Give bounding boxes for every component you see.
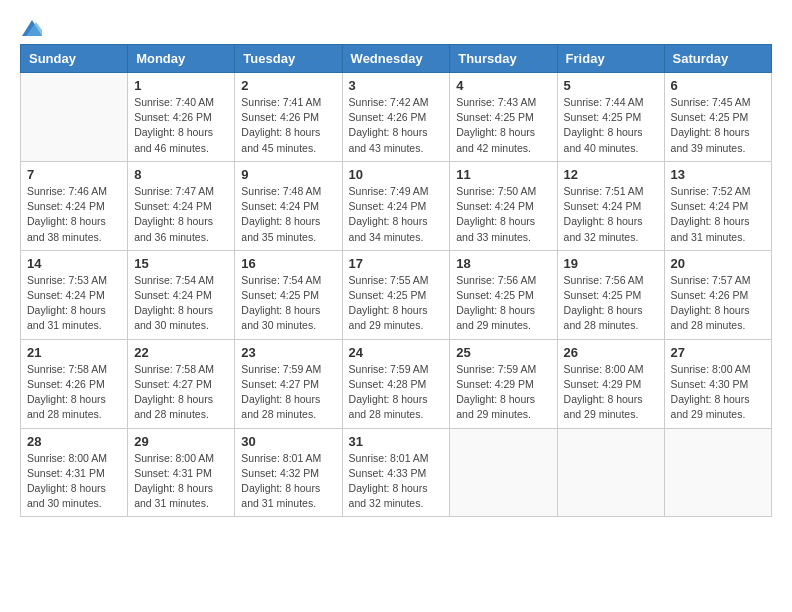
calendar-cell: 13Sunrise: 7:52 AMSunset: 4:24 PMDayligh… — [664, 161, 771, 250]
calendar-cell: 3Sunrise: 7:42 AMSunset: 4:26 PMDaylight… — [342, 73, 450, 162]
calendar-cell: 25Sunrise: 7:59 AMSunset: 4:29 PMDayligh… — [450, 339, 557, 428]
day-number: 19 — [564, 256, 658, 271]
day-number: 26 — [564, 345, 658, 360]
calendar-cell: 17Sunrise: 7:55 AMSunset: 4:25 PMDayligh… — [342, 250, 450, 339]
day-info: Sunrise: 7:51 AMSunset: 4:24 PMDaylight:… — [564, 184, 658, 245]
day-info: Sunrise: 7:41 AMSunset: 4:26 PMDaylight:… — [241, 95, 335, 156]
day-number: 3 — [349, 78, 444, 93]
calendar-cell: 10Sunrise: 7:49 AMSunset: 4:24 PMDayligh… — [342, 161, 450, 250]
header-thursday: Thursday — [450, 45, 557, 73]
day-number: 18 — [456, 256, 550, 271]
calendar-cell: 30Sunrise: 8:01 AMSunset: 4:32 PMDayligh… — [235, 428, 342, 517]
day-info: Sunrise: 8:00 AMSunset: 4:31 PMDaylight:… — [27, 451, 121, 512]
calendar-cell: 1Sunrise: 7:40 AMSunset: 4:26 PMDaylight… — [128, 73, 235, 162]
calendar-cell: 18Sunrise: 7:56 AMSunset: 4:25 PMDayligh… — [450, 250, 557, 339]
day-info: Sunrise: 7:54 AMSunset: 4:25 PMDaylight:… — [241, 273, 335, 334]
day-info: Sunrise: 7:57 AMSunset: 4:26 PMDaylight:… — [671, 273, 765, 334]
day-number: 28 — [27, 434, 121, 449]
calendar-cell: 6Sunrise: 7:45 AMSunset: 4:25 PMDaylight… — [664, 73, 771, 162]
day-number: 8 — [134, 167, 228, 182]
calendar-cell: 7Sunrise: 7:46 AMSunset: 4:24 PMDaylight… — [21, 161, 128, 250]
day-number: 17 — [349, 256, 444, 271]
day-number: 9 — [241, 167, 335, 182]
day-number: 13 — [671, 167, 765, 182]
calendar-cell: 19Sunrise: 7:56 AMSunset: 4:25 PMDayligh… — [557, 250, 664, 339]
day-number: 4 — [456, 78, 550, 93]
calendar-week-3: 21Sunrise: 7:58 AMSunset: 4:26 PMDayligh… — [21, 339, 772, 428]
calendar-cell: 9Sunrise: 7:48 AMSunset: 4:24 PMDaylight… — [235, 161, 342, 250]
day-number: 2 — [241, 78, 335, 93]
day-number: 5 — [564, 78, 658, 93]
day-info: Sunrise: 7:43 AMSunset: 4:25 PMDaylight:… — [456, 95, 550, 156]
day-number: 31 — [349, 434, 444, 449]
day-info: Sunrise: 7:52 AMSunset: 4:24 PMDaylight:… — [671, 184, 765, 245]
calendar-cell: 24Sunrise: 7:59 AMSunset: 4:28 PMDayligh… — [342, 339, 450, 428]
day-info: Sunrise: 7:56 AMSunset: 4:25 PMDaylight:… — [564, 273, 658, 334]
day-info: Sunrise: 8:00 AMSunset: 4:31 PMDaylight:… — [134, 451, 228, 512]
day-info: Sunrise: 7:54 AMSunset: 4:24 PMDaylight:… — [134, 273, 228, 334]
day-number: 1 — [134, 78, 228, 93]
day-number: 22 — [134, 345, 228, 360]
day-info: Sunrise: 7:49 AMSunset: 4:24 PMDaylight:… — [349, 184, 444, 245]
calendar-cell: 22Sunrise: 7:58 AMSunset: 4:27 PMDayligh… — [128, 339, 235, 428]
calendar-cell: 8Sunrise: 7:47 AMSunset: 4:24 PMDaylight… — [128, 161, 235, 250]
day-info: Sunrise: 7:48 AMSunset: 4:24 PMDaylight:… — [241, 184, 335, 245]
day-number: 12 — [564, 167, 658, 182]
calendar-cell: 20Sunrise: 7:57 AMSunset: 4:26 PMDayligh… — [664, 250, 771, 339]
header-friday: Friday — [557, 45, 664, 73]
day-info: Sunrise: 7:47 AMSunset: 4:24 PMDaylight:… — [134, 184, 228, 245]
logo-icon — [22, 20, 42, 36]
page-header — [20, 16, 772, 36]
day-info: Sunrise: 8:00 AMSunset: 4:30 PMDaylight:… — [671, 362, 765, 423]
day-info: Sunrise: 7:56 AMSunset: 4:25 PMDaylight:… — [456, 273, 550, 334]
day-info: Sunrise: 7:53 AMSunset: 4:24 PMDaylight:… — [27, 273, 121, 334]
day-info: Sunrise: 7:44 AMSunset: 4:25 PMDaylight:… — [564, 95, 658, 156]
day-number: 15 — [134, 256, 228, 271]
calendar-cell: 16Sunrise: 7:54 AMSunset: 4:25 PMDayligh… — [235, 250, 342, 339]
calendar-cell: 29Sunrise: 8:00 AMSunset: 4:31 PMDayligh… — [128, 428, 235, 517]
day-info: Sunrise: 7:59 AMSunset: 4:27 PMDaylight:… — [241, 362, 335, 423]
calendar-cell: 12Sunrise: 7:51 AMSunset: 4:24 PMDayligh… — [557, 161, 664, 250]
day-number: 24 — [349, 345, 444, 360]
header-sunday: Sunday — [21, 45, 128, 73]
day-number: 25 — [456, 345, 550, 360]
day-number: 6 — [671, 78, 765, 93]
calendar-cell: 4Sunrise: 7:43 AMSunset: 4:25 PMDaylight… — [450, 73, 557, 162]
calendar-cell: 27Sunrise: 8:00 AMSunset: 4:30 PMDayligh… — [664, 339, 771, 428]
header-monday: Monday — [128, 45, 235, 73]
calendar-week-1: 7Sunrise: 7:46 AMSunset: 4:24 PMDaylight… — [21, 161, 772, 250]
day-number: 29 — [134, 434, 228, 449]
day-info: Sunrise: 7:46 AMSunset: 4:24 PMDaylight:… — [27, 184, 121, 245]
day-info: Sunrise: 7:45 AMSunset: 4:25 PMDaylight:… — [671, 95, 765, 156]
calendar-week-4: 28Sunrise: 8:00 AMSunset: 4:31 PMDayligh… — [21, 428, 772, 517]
day-info: Sunrise: 8:01 AMSunset: 4:32 PMDaylight:… — [241, 451, 335, 512]
day-number: 21 — [27, 345, 121, 360]
calendar-cell: 5Sunrise: 7:44 AMSunset: 4:25 PMDaylight… — [557, 73, 664, 162]
header-tuesday: Tuesday — [235, 45, 342, 73]
day-number: 27 — [671, 345, 765, 360]
calendar-cell: 31Sunrise: 8:01 AMSunset: 4:33 PMDayligh… — [342, 428, 450, 517]
day-number: 23 — [241, 345, 335, 360]
day-info: Sunrise: 7:50 AMSunset: 4:24 PMDaylight:… — [456, 184, 550, 245]
day-number: 16 — [241, 256, 335, 271]
day-info: Sunrise: 7:40 AMSunset: 4:26 PMDaylight:… — [134, 95, 228, 156]
calendar-cell: 21Sunrise: 7:58 AMSunset: 4:26 PMDayligh… — [21, 339, 128, 428]
calendar-header: SundayMondayTuesdayWednesdayThursdayFrid… — [21, 45, 772, 73]
header-wednesday: Wednesday — [342, 45, 450, 73]
day-info: Sunrise: 7:55 AMSunset: 4:25 PMDaylight:… — [349, 273, 444, 334]
calendar-week-0: 1Sunrise: 7:40 AMSunset: 4:26 PMDaylight… — [21, 73, 772, 162]
day-info: Sunrise: 8:01 AMSunset: 4:33 PMDaylight:… — [349, 451, 444, 512]
day-number: 10 — [349, 167, 444, 182]
calendar-cell: 2Sunrise: 7:41 AMSunset: 4:26 PMDaylight… — [235, 73, 342, 162]
calendar-cell — [450, 428, 557, 517]
day-number: 14 — [27, 256, 121, 271]
calendar-cell: 26Sunrise: 8:00 AMSunset: 4:29 PMDayligh… — [557, 339, 664, 428]
calendar-week-2: 14Sunrise: 7:53 AMSunset: 4:24 PMDayligh… — [21, 250, 772, 339]
day-number: 11 — [456, 167, 550, 182]
calendar-table: SundayMondayTuesdayWednesdayThursdayFrid… — [20, 44, 772, 517]
day-number: 7 — [27, 167, 121, 182]
calendar-cell: 23Sunrise: 7:59 AMSunset: 4:27 PMDayligh… — [235, 339, 342, 428]
day-info: Sunrise: 7:58 AMSunset: 4:26 PMDaylight:… — [27, 362, 121, 423]
calendar-cell: 11Sunrise: 7:50 AMSunset: 4:24 PMDayligh… — [450, 161, 557, 250]
day-info: Sunrise: 8:00 AMSunset: 4:29 PMDaylight:… — [564, 362, 658, 423]
